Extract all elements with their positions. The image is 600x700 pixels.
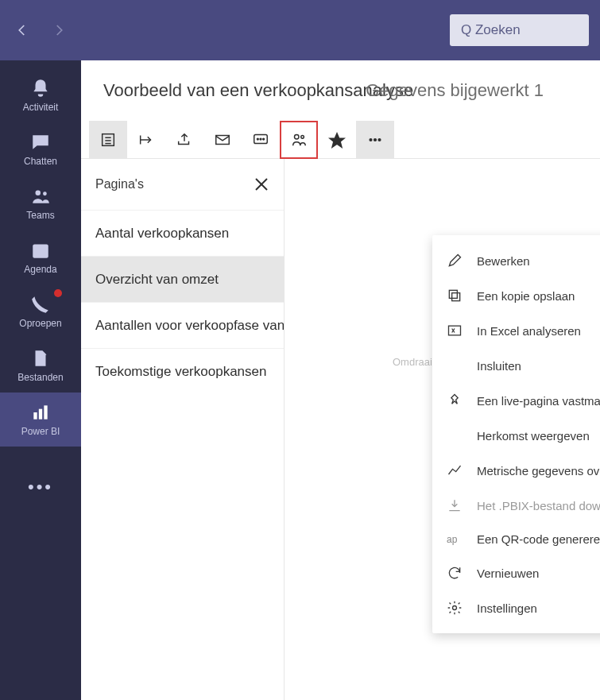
close-icon xyxy=(252,175,271,194)
ctx-label: Bewerken xyxy=(477,254,530,268)
ctx-label: Een live-pagina vastmaken xyxy=(477,394,600,408)
chevron-right-icon xyxy=(52,23,66,37)
phone-icon xyxy=(30,294,51,315)
calendar-icon xyxy=(30,240,51,261)
list-icon xyxy=(99,131,117,149)
team-icon xyxy=(30,186,51,207)
ctx-save-copy[interactable]: Een kopie opslaan xyxy=(432,278,600,313)
mail-icon xyxy=(214,131,231,149)
pages-panel: Pagina's Aantal verkoopkansen Overzicht … xyxy=(81,159,285,700)
notification-badge xyxy=(54,289,62,297)
svg-point-18 xyxy=(301,135,304,138)
toolbar-mail[interactable] xyxy=(203,121,242,159)
ctx-usage-metrics[interactable]: Metrische gegevens over gebruik xyxy=(432,453,600,488)
ctx-label: Een kopie opslaan xyxy=(477,289,575,303)
report-toolbar xyxy=(81,121,600,159)
toolbar-favorite[interactable] xyxy=(318,121,356,159)
ctx-pin-live[interactable]: Een live-pagina vastmaken xyxy=(432,383,600,418)
svg-rect-3 xyxy=(33,412,37,420)
svg-point-22 xyxy=(378,138,381,141)
main-content: Voorbeeld van een verkoopkansanalyse Geg… xyxy=(81,60,600,700)
toolbar-comment[interactable] xyxy=(242,121,280,159)
page-item[interactable]: Aantal verkoopkansen xyxy=(81,210,284,256)
ctx-label: Een QR-code genereren xyxy=(477,532,600,546)
svg-rect-12 xyxy=(216,135,230,144)
teams-icon xyxy=(290,131,308,149)
ctx-lineage[interactable]: Herkomst weergeven xyxy=(432,418,600,453)
rail-label: Bestanden xyxy=(17,372,63,383)
rail-item-powerbi[interactable]: Power BI xyxy=(0,393,81,447)
svg-point-16 xyxy=(263,138,265,140)
download-icon xyxy=(447,497,463,513)
rail-item-chat[interactable]: Chatten xyxy=(0,122,81,176)
rail-item-files[interactable]: Bestanden xyxy=(0,338,81,393)
ctx-qr-code[interactable]: ap Een QR-code genereren xyxy=(432,523,600,555)
gear-icon xyxy=(447,600,463,616)
chevron-left-icon xyxy=(15,23,29,37)
toolbar-pages-toggle[interactable] xyxy=(89,121,127,159)
share-icon xyxy=(176,131,193,149)
page-item[interactable]: Toekomstige verkoopkansen xyxy=(81,348,284,394)
svg-point-21 xyxy=(374,138,377,141)
svg-marker-19 xyxy=(330,133,344,146)
file-icon xyxy=(30,348,51,369)
svg-point-1 xyxy=(43,191,47,195)
svg-point-14 xyxy=(257,138,258,140)
chat-icon xyxy=(30,132,51,153)
ctx-embed[interactable]: Insluiten xyxy=(432,348,600,383)
rail-label: Activiteit xyxy=(23,102,59,113)
page-item[interactable]: Aantallen voor verkoopfase van regio xyxy=(81,302,284,348)
svg-point-0 xyxy=(36,190,41,195)
rail-item-teams[interactable]: Teams xyxy=(0,176,81,230)
rail-more-button[interactable]: ••• xyxy=(28,477,53,497)
excel-icon xyxy=(447,323,463,338)
rail-label: Agenda xyxy=(24,264,56,275)
refresh-icon xyxy=(447,565,463,581)
history-forward-button[interactable] xyxy=(48,19,70,41)
toolbar-goto[interactable] xyxy=(127,121,165,159)
qr-icon: ap xyxy=(447,534,463,545)
svg-point-17 xyxy=(295,134,300,139)
title-bar: Q Zoeken xyxy=(0,0,600,60)
toolbar-share[interactable] xyxy=(165,121,203,159)
rail-item-activity[interactable]: Activiteit xyxy=(0,68,81,122)
rail-item-calls[interactable]: Oproepen xyxy=(0,284,81,338)
toolbar-more[interactable] xyxy=(356,121,394,159)
search-input[interactable]: Q Zoeken xyxy=(450,14,589,46)
svg-point-28 xyxy=(453,606,457,610)
svg-rect-25 xyxy=(449,290,457,298)
rail-label: Chatten xyxy=(24,156,57,167)
ctx-label: Vernieuwen xyxy=(477,567,539,580)
ctx-label: Insluiten xyxy=(477,359,521,373)
rail-label: Power BI xyxy=(21,426,60,437)
app-rail: Activiteit Chatten Teams Agenda Oproepen… xyxy=(0,60,81,700)
rail-label: Teams xyxy=(26,210,54,221)
svg-rect-5 xyxy=(44,405,47,419)
ctx-edit[interactable]: Bewerken xyxy=(432,243,600,278)
search-placeholder: Q Zoeken xyxy=(461,22,521,38)
more-icon xyxy=(366,131,384,149)
bell-icon xyxy=(30,78,51,99)
pages-close-button[interactable] xyxy=(250,173,273,195)
ctx-label: Het .PBIX-bestand downloaden xyxy=(477,499,600,512)
svg-rect-2 xyxy=(33,244,48,257)
ctx-label: Metrische gegevens over gebruik xyxy=(477,464,600,478)
svg-rect-4 xyxy=(39,409,42,420)
report-header: Voorbeeld van een verkoopkansanalyse Geg… xyxy=(81,60,600,121)
ctx-refresh[interactable]: Vernieuwen xyxy=(432,555,600,590)
metrics-icon xyxy=(447,462,463,478)
page-item[interactable]: Overzicht van omzet xyxy=(81,256,284,302)
svg-point-20 xyxy=(370,138,372,141)
report-subtitle: Gegevens bijgewerkt 1 xyxy=(366,80,544,101)
svg-point-15 xyxy=(260,138,261,140)
pin-icon xyxy=(447,393,463,408)
powerbi-icon xyxy=(30,402,51,423)
ctx-label: Herkomst weergeven xyxy=(477,429,590,443)
ctx-settings[interactable]: Instellingen xyxy=(432,590,600,625)
rail-item-calendar[interactable]: Agenda xyxy=(0,230,81,284)
comment-icon xyxy=(252,131,269,149)
history-back-button[interactable] xyxy=(11,19,33,41)
ctx-analyze-excel[interactable]: In Excel analyseren xyxy=(432,313,600,348)
pencil-icon xyxy=(447,253,463,269)
toolbar-teams-chat[interactable] xyxy=(280,121,318,159)
